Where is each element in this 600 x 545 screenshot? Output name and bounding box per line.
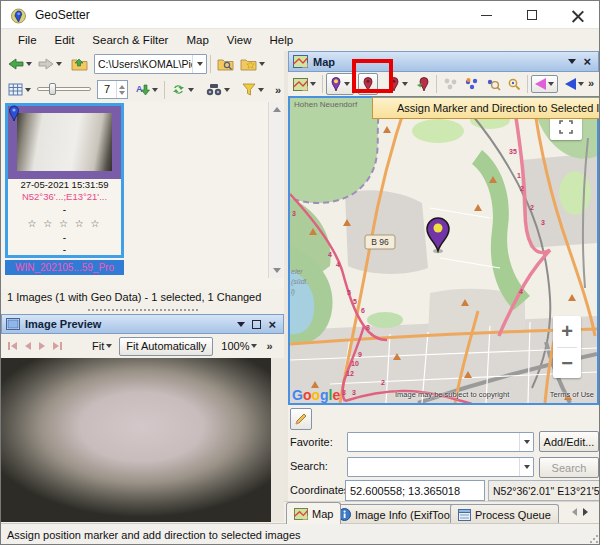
favorite-dropdown-button[interactable] bbox=[519, 433, 533, 451]
map-toolbar-overflow-chevron[interactable]: » bbox=[588, 77, 594, 89]
filter-icon bbox=[242, 83, 256, 96]
thumbnail-size-slider[interactable] bbox=[37, 84, 91, 94]
view-mode-button[interactable] bbox=[5, 81, 34, 98]
menu-search-filter[interactable]: Search & Filter bbox=[83, 31, 177, 49]
direction-west-caret[interactable] bbox=[548, 82, 554, 86]
minimize-button[interactable] bbox=[463, 1, 509, 29]
sort-icon: A bbox=[135, 83, 150, 97]
maximize-button[interactable] bbox=[509, 1, 555, 29]
back-dropdown-caret[interactable] bbox=[26, 62, 32, 66]
preview-maximize-icon[interactable] bbox=[252, 320, 261, 329]
search-button[interactable]: Search bbox=[539, 457, 599, 478]
fit-automatically-button[interactable]: Fit Automatically bbox=[119, 337, 213, 356]
menu-map[interactable]: Map bbox=[177, 31, 217, 49]
goto-marker-button[interactable] bbox=[414, 74, 433, 94]
rating-stars[interactable]: ☆ ☆ ☆ ☆ ☆ bbox=[8, 216, 121, 232]
sort-caret[interactable] bbox=[152, 88, 158, 92]
preview-close-icon[interactable]: × bbox=[268, 320, 276, 329]
map-terms-link[interactable]: Terms of Use bbox=[550, 390, 594, 399]
folder-up-button[interactable] bbox=[68, 55, 91, 73]
fit-button[interactable]: Fit bbox=[89, 338, 115, 354]
tab-image-info[interactable]: Image Info (ExifTool) bbox=[330, 504, 464, 524]
map-type-caret[interactable] bbox=[310, 82, 316, 86]
spinner-buttons[interactable] bbox=[116, 81, 127, 98]
toolbar-overflow-chevron[interactable]: » bbox=[275, 84, 281, 96]
search-images-caret[interactable] bbox=[224, 88, 230, 92]
map-close-icon[interactable]: × bbox=[583, 57, 591, 66]
forward-dropdown-caret[interactable] bbox=[56, 62, 62, 66]
zoom-percent-caret[interactable] bbox=[251, 344, 257, 348]
horizontal-splitter[interactable] bbox=[1, 306, 284, 314]
folder-browse-button[interactable] bbox=[214, 55, 237, 73]
menu-view[interactable]: View bbox=[218, 31, 261, 49]
separator bbox=[527, 75, 528, 93]
toolbar-tooltip: Assign Marker and Direction to Selected … bbox=[372, 97, 600, 119]
path-dropdown-button[interactable] bbox=[192, 55, 206, 73]
tab-scroll-right-icon[interactable] bbox=[583, 508, 588, 516]
map-copyright: Image may be subject to copyright bbox=[395, 390, 509, 399]
filter-button[interactable] bbox=[239, 81, 267, 98]
thumbnail-scrollbar[interactable] bbox=[268, 102, 283, 278]
zoom-to-position-button[interactable] bbox=[504, 75, 524, 93]
map-zoom-out-button[interactable]: − bbox=[553, 348, 581, 379]
add-edit-button[interactable]: Add/Edit... bbox=[539, 431, 599, 452]
fit-caret[interactable] bbox=[106, 344, 112, 348]
direction-view-caret[interactable] bbox=[578, 82, 584, 86]
maximize-icon bbox=[527, 10, 537, 20]
view-mode-caret[interactable] bbox=[25, 88, 31, 92]
preview-overflow-chevron[interactable]: » bbox=[266, 340, 272, 352]
search-dropdown-button[interactable] bbox=[519, 458, 533, 476]
folder-favorites-button[interactable] bbox=[237, 55, 268, 73]
tab-map[interactable]: Map bbox=[286, 502, 341, 524]
edit-coordinates-button[interactable] bbox=[290, 408, 312, 430]
menu-file[interactable]: File bbox=[9, 31, 46, 49]
zoom-to-markers-button[interactable] bbox=[482, 75, 504, 93]
direction-west-button[interactable] bbox=[531, 75, 558, 93]
blue-triangle-icon bbox=[565, 78, 576, 90]
google-logo[interactable]: Google bbox=[292, 386, 340, 404]
position-marker-caret[interactable] bbox=[344, 82, 350, 86]
show-markers-button[interactable] bbox=[440, 75, 461, 93]
coordinates-input[interactable] bbox=[345, 480, 485, 501]
filter-caret[interactable] bbox=[258, 88, 264, 92]
resize-grip[interactable] bbox=[589, 534, 599, 544]
refresh-button[interactable] bbox=[168, 81, 197, 98]
previous-image-button[interactable] bbox=[20, 338, 35, 355]
direction-view-button[interactable] bbox=[562, 76, 587, 92]
zoom-level-spinner[interactable]: 7 bbox=[97, 80, 128, 99]
back-button[interactable] bbox=[5, 56, 35, 72]
next-image-button[interactable] bbox=[35, 338, 50, 355]
map-view[interactable]: 3 4 4 5 5 6 8 9 10 12 2 3 3 35 1 2 2 3 4 bbox=[288, 96, 599, 405]
tab-process-queue[interactable]: Process Queue bbox=[450, 504, 559, 524]
favorite-combobox[interactable] bbox=[347, 432, 534, 452]
assign-marker-direction-caret[interactable] bbox=[402, 82, 408, 86]
folder-favorites-caret[interactable] bbox=[259, 62, 265, 66]
map-menu-caret[interactable] bbox=[568, 59, 576, 64]
forward-button[interactable] bbox=[35, 56, 65, 72]
first-image-button[interactable] bbox=[5, 338, 20, 355]
menu-edit[interactable]: Edit bbox=[46, 31, 84, 49]
tab-scroll-left-icon[interactable] bbox=[572, 508, 577, 516]
thumbnail-filename[interactable]: WIN_202105...59_Pro bbox=[5, 260, 124, 275]
menu-help[interactable]: Help bbox=[261, 31, 303, 49]
window-title: GeoSetter bbox=[35, 8, 90, 22]
scroll-down-button[interactable] bbox=[269, 263, 284, 278]
magnifier-icon bbox=[507, 77, 521, 91]
thumbnail-item[interactable]: 27-05-2021 15:31:59 N52°36'...;E13°21'..… bbox=[5, 103, 124, 258]
search-combobox[interactable] bbox=[347, 457, 534, 477]
favorite-label: Favorite: bbox=[290, 436, 333, 448]
last-image-button[interactable] bbox=[50, 338, 65, 355]
show-selected-markers-button[interactable] bbox=[461, 75, 482, 93]
close-button[interactable] bbox=[555, 1, 600, 29]
path-combobox[interactable]: C:\Users\KOMAL\Pictur bbox=[94, 54, 207, 74]
preview-menu-caret[interactable] bbox=[237, 322, 245, 327]
position-marker-button[interactable] bbox=[326, 73, 354, 95]
zoom-percent-button[interactable]: 100% bbox=[218, 338, 260, 354]
slider-handle[interactable] bbox=[49, 83, 56, 95]
scroll-up-button[interactable] bbox=[269, 102, 284, 117]
search-images-button[interactable] bbox=[203, 81, 233, 98]
sort-button[interactable]: A bbox=[132, 81, 161, 99]
map-zoom-in-button[interactable]: + bbox=[553, 316, 581, 347]
refresh-caret[interactable] bbox=[188, 88, 194, 92]
map-type-button[interactable] bbox=[290, 76, 319, 93]
